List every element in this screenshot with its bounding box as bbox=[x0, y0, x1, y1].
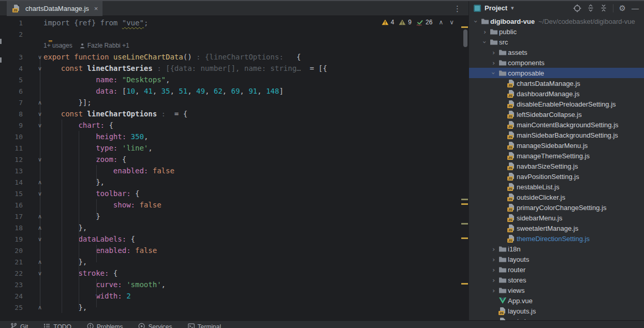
chevron-right-icon[interactable]: › bbox=[490, 277, 497, 284]
collapse-all-icon[interactable] bbox=[600, 4, 607, 12]
tree-item-nestablelist-js[interactable]: JSnestableList.js bbox=[469, 182, 644, 192]
prev-problem-icon[interactable]: ∧ bbox=[438, 19, 443, 26]
editor-scrollbar-thumb[interactable] bbox=[463, 29, 467, 47]
line-number[interactable]: 24 bbox=[0, 292, 23, 300]
tree-item-leftsidebarcollapse-js[interactable]: JSleftSidebarCollapse.js bbox=[469, 109, 644, 120]
tree-item-dashboardmanage-js[interactable]: JSdashboardManage.js bbox=[469, 88, 644, 99]
chevron-right-icon[interactable]: › bbox=[490, 246, 497, 252]
error-stripe-mark[interactable] bbox=[461, 203, 468, 205]
line-number[interactable]: 3 bbox=[0, 53, 23, 61]
line-number[interactable]: 20 bbox=[0, 247, 23, 255]
statusbar-todo[interactable]: TODO bbox=[43, 323, 71, 328]
fold-up-icon[interactable]: ∧ bbox=[23, 259, 43, 265]
warnings-group[interactable]: 4 bbox=[382, 19, 394, 26]
tree-item-composable[interactable]: ›composable bbox=[469, 68, 644, 78]
tree-item-public[interactable]: ›public bbox=[469, 26, 644, 37]
fold-up-icon[interactable]: ∧ bbox=[23, 213, 43, 220]
next-problem-icon[interactable]: ∨ bbox=[449, 19, 454, 26]
fold-down-icon[interactable]: ∨ bbox=[23, 54, 43, 61]
tree-item-managesidebarmenu-js[interactable]: JSmanageSidebarMenu.js bbox=[469, 140, 644, 151]
chevron-right-icon[interactable]: › bbox=[490, 59, 497, 66]
error-stripe-mark[interactable] bbox=[461, 237, 468, 239]
chevron-down-icon[interactable]: › bbox=[490, 69, 497, 77]
fold-up-icon[interactable]: ∧ bbox=[23, 179, 43, 186]
chevron-down-icon[interactable]: › bbox=[481, 38, 488, 46]
tree-item-app-vue[interactable]: App.vue bbox=[469, 295, 644, 306]
tree-item-sidebarmenu-js[interactable]: JSsidebarMenu.js bbox=[469, 213, 644, 223]
usages-hint[interactable]: 1+ usages bbox=[43, 42, 72, 49]
fold-down-icon[interactable]: ∨ bbox=[23, 236, 43, 243]
line-number[interactable]: 21 bbox=[0, 258, 23, 266]
expand-all-icon[interactable] bbox=[587, 4, 594, 12]
tab-close-icon[interactable]: × bbox=[94, 5, 98, 12]
author-hint[interactable]: Fazle Rabbi +1 bbox=[80, 42, 129, 49]
tree-item-views[interactable]: ›views bbox=[469, 285, 644, 295]
locate-file-icon[interactable] bbox=[573, 4, 581, 12]
fold-down-icon[interactable]: ∨ bbox=[23, 122, 43, 129]
tab-options-kebab-icon[interactable]: ⋮ bbox=[453, 1, 461, 16]
line-number[interactable]: 13 bbox=[0, 167, 23, 175]
fold-up-icon[interactable]: ∧ bbox=[23, 225, 43, 231]
tree-item-outsideclicker-js[interactable]: JSoutsideClicker.js bbox=[469, 192, 644, 202]
line-number[interactable]: 19 bbox=[0, 235, 23, 243]
fold-up-icon[interactable]: ∧ bbox=[23, 99, 43, 106]
fold-down-icon[interactable]: ∨ bbox=[23, 270, 43, 277]
statusbar-services[interactable]: Services bbox=[138, 323, 172, 328]
tree-item-router[interactable]: ›router bbox=[469, 264, 644, 275]
line-number[interactable]: 6 bbox=[0, 87, 23, 95]
chevron-right-icon[interactable]: › bbox=[481, 28, 489, 35]
tree-item-sweetalertmanage-js[interactable]: JSsweetalertManage.js bbox=[469, 223, 644, 233]
weak-warnings-group[interactable]: 9 bbox=[399, 19, 412, 26]
tree-item-managethemesetting-js[interactable]: JSmanageThemeSetting.js bbox=[469, 151, 644, 161]
line-number[interactable]: 2 bbox=[0, 31, 23, 38]
chevron-right-icon[interactable]: › bbox=[490, 256, 497, 263]
fold-down-icon[interactable]: ∨ bbox=[23, 111, 43, 117]
line-number[interactable]: 16 bbox=[0, 201, 23, 209]
typos-group[interactable]: 26 bbox=[416, 19, 432, 26]
error-stripe-mark[interactable] bbox=[461, 223, 468, 225]
line-number[interactable]: 22 bbox=[0, 270, 23, 277]
error-stripe-mark[interactable] bbox=[461, 26, 468, 28]
tree-item-navbarsizesetting-js[interactable]: JSnavbarSizeSetting.js bbox=[469, 161, 644, 171]
statusbar-problems[interactable]: Problems bbox=[87, 323, 123, 328]
chevron-down-icon[interactable]: › bbox=[473, 18, 479, 25]
tree-item-maincontentbackgroundsetting-js[interactable]: JSmainContentBackgroundSetting.js bbox=[469, 120, 644, 130]
tree-item-components[interactable]: ›components bbox=[469, 57, 644, 68]
tree-item-layouts-js[interactable]: JSlayouts.js bbox=[469, 306, 644, 316]
tree-item-assets[interactable]: ›assets bbox=[469, 47, 644, 57]
tree-item-layouts[interactable]: ›layouts bbox=[469, 254, 644, 264]
line-number[interactable]: 9 bbox=[0, 122, 23, 129]
statusbar-terminal[interactable]: Terminal bbox=[188, 323, 221, 328]
project-view-dropdown-icon[interactable]: ▾ bbox=[511, 5, 514, 11]
tree-item-chartsdatamanage-js[interactable]: JSchartsDataManage.js bbox=[469, 78, 644, 88]
line-number[interactable]: 11 bbox=[0, 144, 23, 152]
tab-chartsdatamanage[interactable]: JS chartsDataManage.js × bbox=[7, 1, 103, 16]
line-number[interactable]: 1 bbox=[0, 19, 23, 27]
toolwindow-stripe-handle[interactable] bbox=[0, 39, 2, 44]
fold-up-icon[interactable]: ∧ bbox=[23, 304, 43, 311]
editor-body[interactable]: 1import {ref} from "vue";21+ usagesFazle… bbox=[0, 16, 469, 320]
tree-item-mainsidebarbackgroundsetting-js[interactable]: JSmainSidebarBackgroundSetting.js bbox=[469, 130, 644, 140]
line-number[interactable]: 15 bbox=[0, 190, 23, 198]
tree-item-digiboard-vue[interactable]: ›digiboard-vue~/Dev/codebasket/digiboard… bbox=[469, 16, 644, 26]
line-number[interactable]: 10 bbox=[0, 133, 23, 141]
line-number[interactable]: 8 bbox=[0, 110, 23, 118]
line-number[interactable]: 14 bbox=[0, 178, 23, 186]
line-number[interactable]: 5 bbox=[0, 76, 23, 84]
project-panel-title[interactable]: Project bbox=[485, 4, 507, 12]
statusbar-git[interactable]: Git bbox=[10, 323, 28, 328]
hide-panel-icon[interactable]: — bbox=[632, 4, 639, 12]
line-number[interactable]: 12 bbox=[0, 156, 23, 163]
tree-item-src[interactable]: ›src bbox=[469, 37, 644, 47]
chevron-right-icon[interactable]: › bbox=[490, 287, 497, 294]
tree-item-main-js[interactable]: JSmain.js bbox=[469, 316, 644, 320]
chevron-right-icon[interactable]: › bbox=[490, 49, 497, 56]
line-number[interactable]: 4 bbox=[0, 65, 23, 72]
line-number[interactable]: 7 bbox=[0, 99, 23, 107]
line-number[interactable]: 18 bbox=[0, 224, 23, 232]
fold-down-icon[interactable]: ∨ bbox=[23, 190, 43, 197]
inspection-widget[interactable]: 4 9 26 ∧ ∨ bbox=[382, 19, 454, 26]
line-number[interactable]: 25 bbox=[0, 304, 23, 311]
toolwindow-stripe-handle[interactable] bbox=[0, 57, 2, 63]
fold-down-icon[interactable]: ∨ bbox=[23, 65, 43, 72]
